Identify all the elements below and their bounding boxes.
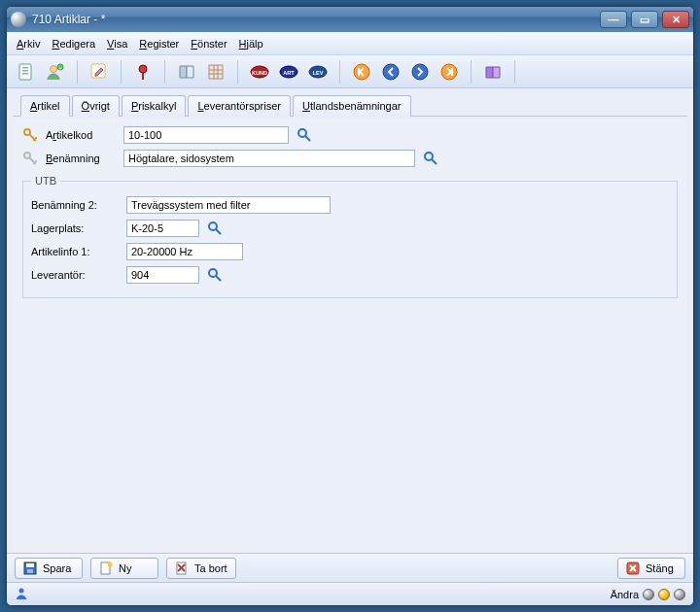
close-icon [626, 561, 640, 575]
artikelkod-label: Artikelkod [46, 129, 116, 141]
menubar: Arkiv Redigera Visa Register Fönster Hjä… [7, 32, 693, 55]
new-doc-icon[interactable] [15, 60, 38, 84]
artikelkod-input[interactable] [123, 126, 289, 144]
window-title: 710 Artiklar - * [32, 13, 600, 26]
lagerplats-search-icon[interactable] [207, 221, 223, 236]
svg-point-21 [354, 64, 369, 80]
tab-artikel[interactable]: Artikel [20, 95, 70, 117]
help-book-icon[interactable] [481, 60, 505, 84]
book-icon[interactable] [175, 60, 198, 84]
app-window: 710 Artiklar - * — ▭ ✕ Arkiv Redigera Vi… [6, 6, 694, 606]
toolbar: + KUND ART LEV [7, 55, 693, 88]
svg-text:+: + [59, 64, 62, 70]
svg-point-35 [209, 269, 217, 277]
svg-text:ART: ART [283, 69, 295, 75]
toolbar-sep [339, 60, 340, 84]
benamning-input[interactable] [123, 150, 415, 167]
tab-priskalkyl[interactable]: Priskalkyl [122, 95, 186, 117]
svg-rect-0 [19, 64, 31, 80]
benamning2-input[interactable] [126, 196, 331, 214]
svg-text:LEV: LEV [313, 69, 324, 75]
svg-text:KUND: KUND [252, 69, 267, 75]
minimize-button[interactable]: — [600, 11, 627, 28]
leverantor-label: Leverantör: [31, 269, 119, 281]
statusbar: Ändra [7, 582, 693, 605]
menu-redigera[interactable]: Redigera [52, 38, 95, 50]
menu-visa[interactable]: Visa [107, 38, 127, 50]
pin-icon[interactable] [131, 60, 155, 84]
tab-leverantorspriser[interactable]: Leverantörspriser [188, 95, 291, 117]
status-light-2 [658, 589, 670, 600]
spara-label: Spara [43, 562, 71, 574]
lev-badge-icon[interactable]: LEV [306, 60, 330, 84]
toolbar-sep [514, 60, 515, 84]
benamning-search-icon[interactable] [423, 151, 438, 166]
ny-button[interactable]: Ny [90, 558, 158, 579]
benamning2-label: Benämning 2: [31, 199, 119, 211]
svg-point-23 [383, 64, 399, 80]
leverantor-input[interactable] [126, 266, 199, 284]
artikelkod-search-icon[interactable] [297, 127, 312, 143]
utb-legend: UTB [31, 175, 60, 187]
toolbar-sep [121, 60, 122, 84]
toolbar-sep [471, 60, 472, 84]
kund-badge-icon[interactable]: KUND [248, 60, 271, 84]
svg-point-41 [108, 561, 113, 566]
toolbar-sep [237, 60, 238, 84]
spara-button[interactable]: Spara [15, 558, 83, 579]
svg-line-34 [216, 229, 221, 234]
key-icon [22, 127, 38, 143]
svg-rect-10 [209, 65, 223, 79]
titlebar[interactable]: 710 Artiklar - * — ▭ ✕ [7, 7, 693, 32]
artikelinfo1-input[interactable] [126, 243, 243, 260]
app-icon [11, 12, 26, 27]
nav-prev-icon[interactable] [379, 60, 402, 84]
status-light-1 [643, 589, 654, 600]
svg-rect-38 [26, 563, 34, 567]
leverantor-search-icon[interactable] [207, 267, 223, 283]
status-mode: Ändra [611, 589, 639, 600]
artikelinfo1-label: Artikelinfo 1: [31, 246, 119, 257]
nav-next-icon[interactable] [408, 60, 432, 84]
svg-point-8 [139, 65, 147, 73]
new-user-icon[interactable]: + [44, 60, 67, 84]
art-badge-icon[interactable]: ART [277, 60, 300, 84]
tab-content: Artikelkod Benämning UTB Benämning 2: [15, 119, 685, 553]
menu-fonster[interactable]: Fönster [191, 38, 227, 50]
tabort-button[interactable]: Ta bort [166, 558, 236, 579]
svg-line-36 [216, 276, 221, 281]
window-close-button[interactable]: ✕ [662, 11, 689, 28]
svg-rect-2 [22, 70, 28, 72]
delete-icon [175, 561, 189, 575]
key-icon [22, 151, 38, 166]
svg-point-24 [412, 64, 428, 80]
stang-label: Stäng [646, 562, 674, 574]
svg-point-4 [51, 65, 57, 72]
stang-button[interactable]: Stäng [617, 558, 685, 579]
lagerplats-label: Lagerplats: [31, 222, 119, 234]
svg-line-29 [305, 136, 310, 141]
svg-point-33 [209, 222, 217, 230]
tab-ovrigt[interactable]: Övrigt [72, 95, 120, 117]
maximize-button[interactable]: ▭ [631, 11, 658, 28]
menu-register[interactable]: Register [139, 38, 179, 50]
nav-first-icon[interactable] [350, 60, 373, 84]
svg-point-28 [298, 129, 306, 137]
toolbar-sep [164, 60, 165, 84]
svg-rect-3 [22, 73, 28, 75]
edit-icon[interactable] [88, 60, 111, 84]
nav-last-icon[interactable] [438, 60, 461, 84]
tabort-label: Ta bort [194, 562, 228, 574]
lagerplats-input[interactable] [126, 220, 199, 237]
toolbar-sep [77, 60, 78, 84]
menu-arkiv[interactable]: Arkiv [17, 38, 40, 50]
grid-icon[interactable] [204, 60, 228, 84]
svg-point-48 [19, 588, 24, 593]
tab-utlandsbenamningar[interactable]: Utlandsbenämningar [293, 95, 411, 117]
svg-line-32 [432, 159, 437, 164]
new-icon [99, 561, 113, 575]
svg-point-25 [441, 64, 457, 80]
benamning-label: Benämning [46, 153, 116, 164]
menu-hjalp[interactable]: Hjälp [239, 38, 263, 50]
utb-group: UTB Benämning 2: Lagerplats: Artikelinfo… [22, 175, 678, 298]
